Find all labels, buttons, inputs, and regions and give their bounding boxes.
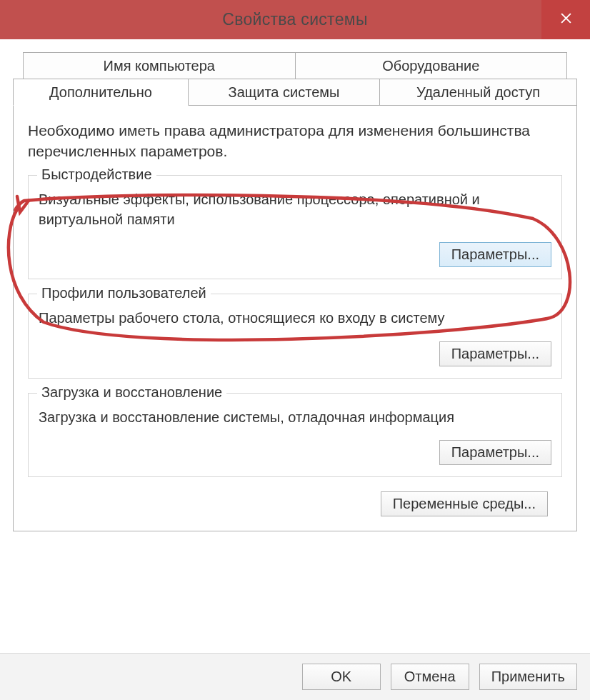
group-performance-legend: Быстродействие	[37, 166, 156, 183]
group-performance: Быстродействие Визуальные эффекты, испол…	[28, 175, 562, 279]
window-title: Свойства системы	[222, 10, 367, 29]
apply-button[interactable]: Применить	[479, 664, 577, 690]
tab-system-protection[interactable]: Защита системы	[189, 79, 380, 106]
tab-remote[interactable]: Удаленный доступ	[380, 79, 577, 106]
dialog-footer: OK Отмена Применить	[0, 653, 590, 700]
group-startup-recovery: Загрузка и восстановление Загрузка и вос…	[28, 393, 562, 478]
tab-computer-name[interactable]: Имя компьютера	[23, 52, 296, 79]
titlebar: Свойства системы	[0, 0, 590, 39]
tab-hardware[interactable]: Оборудование	[296, 52, 568, 79]
cancel-button[interactable]: Отмена	[391, 664, 469, 690]
tab-panel-advanced: Необходимо иметь права администратора дл…	[13, 105, 577, 531]
group-user-profiles-desc: Параметры рабочего стола, относящиеся ко…	[39, 309, 551, 329]
group-user-profiles: Профили пользователей Параметры рабочего…	[28, 294, 562, 379]
group-startup-recovery-desc: Загрузка и восстановление системы, отлад…	[39, 408, 551, 428]
window-body: Имя компьютера Оборудование Дополнительн…	[0, 39, 590, 700]
close-button[interactable]	[541, 0, 590, 39]
ok-button[interactable]: OK	[302, 664, 381, 690]
group-startup-recovery-legend: Загрузка и восстановление	[37, 384, 226, 401]
group-user-profiles-legend: Профили пользователей	[37, 285, 211, 301]
close-icon	[560, 12, 572, 27]
environment-variables-button[interactable]: Переменные среды...	[381, 491, 548, 516]
startup-recovery-settings-button[interactable]: Параметры...	[439, 440, 551, 465]
tab-advanced[interactable]: Дополнительно	[13, 79, 189, 106]
user-profiles-settings-button[interactable]: Параметры...	[439, 341, 551, 366]
panel-intro: Необходимо иметь права администратора дл…	[28, 121, 562, 162]
performance-settings-button[interactable]: Параметры...	[439, 242, 551, 267]
tab-control: Имя компьютера Оборудование Дополнительн…	[13, 52, 577, 531]
group-performance-desc: Визуальные эффекты, использование процес…	[39, 190, 551, 229]
